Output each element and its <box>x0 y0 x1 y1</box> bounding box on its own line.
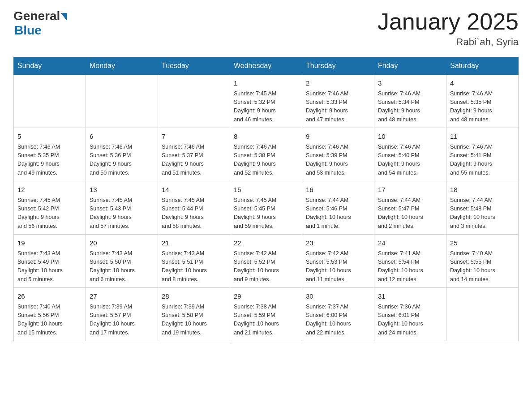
calendar-day-cell: 31Sunrise: 7:36 AM Sunset: 6:01 PM Dayli… <box>374 288 446 341</box>
page-header: General Blue January 2025 Rabi`ah, Syria <box>13 9 519 48</box>
day-of-week-header: Friday <box>374 57 446 75</box>
day-info: Sunrise: 7:44 AM Sunset: 5:46 PM Dayligh… <box>306 196 370 231</box>
day-number: 13 <box>90 185 154 195</box>
calendar-week-row: 12Sunrise: 7:45 AM Sunset: 5:42 PM Dayli… <box>14 181 519 235</box>
day-number: 8 <box>234 132 298 142</box>
day-info: Sunrise: 7:46 AM Sunset: 5:35 PM Dayligh… <box>17 143 82 178</box>
calendar-day-cell: 17Sunrise: 7:44 AM Sunset: 5:47 PM Dayli… <box>374 181 446 235</box>
calendar-day-cell <box>158 75 230 128</box>
calendar-day-cell <box>86 75 158 128</box>
day-number: 5 <box>17 132 82 142</box>
day-info: Sunrise: 7:38 AM Sunset: 5:59 PM Dayligh… <box>234 303 298 338</box>
day-number: 14 <box>162 185 226 195</box>
calendar-day-cell: 19Sunrise: 7:43 AM Sunset: 5:49 PM Dayli… <box>14 235 86 288</box>
day-info: Sunrise: 7:46 AM Sunset: 5:33 PM Dayligh… <box>306 90 370 124</box>
day-number: 9 <box>306 132 370 142</box>
calendar-day-cell: 22Sunrise: 7:42 AM Sunset: 5:52 PM Dayli… <box>230 235 302 288</box>
day-info: Sunrise: 7:37 AM Sunset: 6:00 PM Dayligh… <box>306 303 370 338</box>
logo-arrow-icon <box>61 13 67 21</box>
day-info: Sunrise: 7:43 AM Sunset: 5:50 PM Dayligh… <box>90 249 154 284</box>
day-info: Sunrise: 7:45 AM Sunset: 5:32 PM Dayligh… <box>234 90 298 124</box>
calendar-day-cell: 26Sunrise: 7:40 AM Sunset: 5:56 PM Dayli… <box>14 288 86 341</box>
day-number: 6 <box>90 132 154 142</box>
day-of-week-header: Saturday <box>446 57 519 75</box>
day-info: Sunrise: 7:39 AM Sunset: 5:58 PM Dayligh… <box>162 303 226 338</box>
day-info: Sunrise: 7:45 AM Sunset: 5:43 PM Dayligh… <box>90 196 154 231</box>
day-of-week-header: Sunday <box>14 57 86 75</box>
day-number: 24 <box>378 238 442 248</box>
day-number: 21 <box>162 238 226 248</box>
calendar-day-cell: 29Sunrise: 7:38 AM Sunset: 5:59 PM Dayli… <box>230 288 302 341</box>
calendar-day-cell: 23Sunrise: 7:42 AM Sunset: 5:53 PM Dayli… <box>302 235 374 288</box>
day-info: Sunrise: 7:43 AM Sunset: 5:49 PM Dayligh… <box>17 249 82 284</box>
calendar-day-cell: 16Sunrise: 7:44 AM Sunset: 5:46 PM Dayli… <box>302 181 374 235</box>
calendar-day-cell: 10Sunrise: 7:46 AM Sunset: 5:40 PM Dayli… <box>374 128 446 181</box>
calendar-day-cell: 18Sunrise: 7:44 AM Sunset: 5:48 PM Dayli… <box>446 181 519 235</box>
calendar-day-cell: 20Sunrise: 7:43 AM Sunset: 5:50 PM Dayli… <box>86 235 158 288</box>
calendar-day-cell: 21Sunrise: 7:43 AM Sunset: 5:51 PM Dayli… <box>158 235 230 288</box>
day-number: 19 <box>17 238 82 248</box>
calendar-day-cell: 6Sunrise: 7:46 AM Sunset: 5:36 PM Daylig… <box>86 128 158 181</box>
calendar-day-cell <box>14 75 86 128</box>
day-info: Sunrise: 7:46 AM Sunset: 5:40 PM Dayligh… <box>378 143 442 178</box>
day-info: Sunrise: 7:46 AM Sunset: 5:38 PM Dayligh… <box>234 143 298 178</box>
calendar-day-cell: 4Sunrise: 7:46 AM Sunset: 5:35 PM Daylig… <box>446 75 519 128</box>
day-number: 16 <box>306 185 370 195</box>
calendar-day-cell: 15Sunrise: 7:45 AM Sunset: 5:45 PM Dayli… <box>230 181 302 235</box>
calendar-day-cell <box>446 288 519 341</box>
day-number: 1 <box>234 78 298 89</box>
day-info: Sunrise: 7:46 AM Sunset: 5:41 PM Dayligh… <box>450 143 515 178</box>
calendar-day-cell: 7Sunrise: 7:46 AM Sunset: 5:37 PM Daylig… <box>158 128 230 181</box>
calendar-day-cell: 12Sunrise: 7:45 AM Sunset: 5:42 PM Dayli… <box>14 181 86 235</box>
day-number: 27 <box>90 291 154 302</box>
logo-blue-text: Blue <box>14 23 42 38</box>
day-number: 2 <box>306 78 370 89</box>
day-info: Sunrise: 7:46 AM Sunset: 5:34 PM Dayligh… <box>378 90 442 124</box>
calendar-day-cell: 25Sunrise: 7:40 AM Sunset: 5:55 PM Dayli… <box>446 235 519 288</box>
day-number: 7 <box>162 132 226 142</box>
day-of-week-header: Monday <box>86 57 158 75</box>
calendar-header-row: SundayMondayTuesdayWednesdayThursdayFrid… <box>14 57 519 75</box>
day-number: 23 <box>306 238 370 248</box>
calendar-week-row: 1Sunrise: 7:45 AM Sunset: 5:32 PM Daylig… <box>14 75 519 128</box>
day-info: Sunrise: 7:42 AM Sunset: 5:53 PM Dayligh… <box>306 249 370 284</box>
title-section: January 2025 Rabi`ah, Syria <box>378 9 519 48</box>
day-number: 17 <box>378 185 442 195</box>
day-info: Sunrise: 7:44 AM Sunset: 5:47 PM Dayligh… <box>378 196 442 231</box>
day-info: Sunrise: 7:43 AM Sunset: 5:51 PM Dayligh… <box>162 249 226 284</box>
day-info: Sunrise: 7:45 AM Sunset: 5:44 PM Dayligh… <box>162 196 226 231</box>
day-info: Sunrise: 7:42 AM Sunset: 5:52 PM Dayligh… <box>234 249 298 284</box>
day-of-week-header: Tuesday <box>158 57 230 75</box>
calendar-table: SundayMondayTuesdayWednesdayThursdayFrid… <box>13 57 519 341</box>
calendar-day-cell: 3Sunrise: 7:46 AM Sunset: 5:34 PM Daylig… <box>374 75 446 128</box>
calendar-day-cell: 2Sunrise: 7:46 AM Sunset: 5:33 PM Daylig… <box>302 75 374 128</box>
day-number: 28 <box>162 291 226 302</box>
day-number: 31 <box>378 291 442 302</box>
day-number: 15 <box>234 185 298 195</box>
day-number: 10 <box>378 132 442 142</box>
calendar-day-cell: 28Sunrise: 7:39 AM Sunset: 5:58 PM Dayli… <box>158 288 230 341</box>
day-info: Sunrise: 7:39 AM Sunset: 5:57 PM Dayligh… <box>90 303 154 338</box>
day-number: 26 <box>17 291 82 302</box>
logo: General Blue <box>13 9 67 38</box>
day-number: 12 <box>17 185 82 195</box>
logo-general-text: General <box>13 9 60 23</box>
day-number: 29 <box>234 291 298 302</box>
day-of-week-header: Wednesday <box>230 57 302 75</box>
day-of-week-header: Thursday <box>302 57 374 75</box>
calendar-day-cell: 5Sunrise: 7:46 AM Sunset: 5:35 PM Daylig… <box>14 128 86 181</box>
calendar-week-row: 5Sunrise: 7:46 AM Sunset: 5:35 PM Daylig… <box>14 128 519 181</box>
calendar-day-cell: 27Sunrise: 7:39 AM Sunset: 5:57 PM Dayli… <box>86 288 158 341</box>
location-label: Rabi`ah, Syria <box>378 36 519 48</box>
day-info: Sunrise: 7:40 AM Sunset: 5:55 PM Dayligh… <box>450 249 515 284</box>
calendar-day-cell: 24Sunrise: 7:41 AM Sunset: 5:54 PM Dayli… <box>374 235 446 288</box>
day-info: Sunrise: 7:45 AM Sunset: 5:42 PM Dayligh… <box>17 196 82 231</box>
calendar-day-cell: 13Sunrise: 7:45 AM Sunset: 5:43 PM Dayli… <box>86 181 158 235</box>
day-number: 30 <box>306 291 370 302</box>
calendar-day-cell: 9Sunrise: 7:46 AM Sunset: 5:39 PM Daylig… <box>302 128 374 181</box>
calendar-week-row: 19Sunrise: 7:43 AM Sunset: 5:49 PM Dayli… <box>14 235 519 288</box>
day-number: 4 <box>450 78 515 89</box>
day-number: 3 <box>378 78 442 89</box>
day-number: 18 <box>450 185 515 195</box>
day-info: Sunrise: 7:46 AM Sunset: 5:37 PM Dayligh… <box>162 143 226 178</box>
